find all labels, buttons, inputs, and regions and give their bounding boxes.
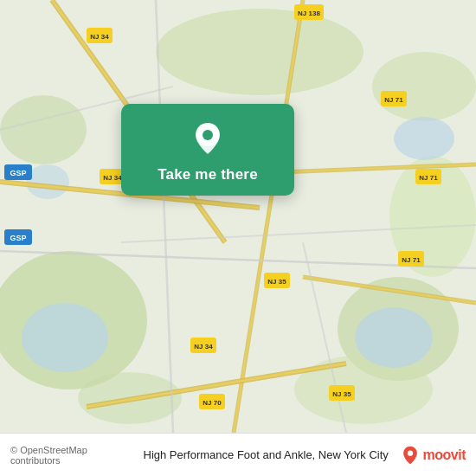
svg-point-12 [26, 164, 69, 199]
moovit-logo-icon [401, 446, 420, 465]
svg-text:NJ 71: NJ 71 [419, 174, 438, 182]
bottom-bar: © OpenStreetMap contributors High Perfor… [0, 433, 476, 476]
svg-text:NJ 71: NJ 71 [402, 256, 421, 264]
svg-point-3 [156, 9, 363, 95]
svg-text:NJ 35: NJ 35 [332, 390, 351, 398]
svg-point-9 [22, 303, 108, 372]
svg-text:NJ 34: NJ 34 [194, 343, 213, 351]
take-me-there-label: Take me there [158, 166, 258, 183]
svg-point-4 [372, 52, 476, 121]
svg-text:GSP: GSP [10, 234, 26, 242]
svg-point-58 [407, 450, 412, 455]
map-background: GSP GSP NJ 34 NJ 34 NJ 34 NJ 35 NJ 35 NJ… [0, 0, 476, 433]
map-attribution: © OpenStreetMap contributors [10, 445, 135, 466]
svg-point-11 [394, 117, 454, 160]
moovit-logo: moovit [401, 446, 466, 465]
svg-point-10 [355, 307, 433, 368]
location-pin-icon [189, 119, 227, 158]
take-me-there-popup[interactable]: Take me there [121, 104, 294, 196]
place-name-label: High Performance Foot and Ankle, New Yor… [144, 448, 392, 461]
map-container: GSP GSP NJ 34 NJ 34 NJ 34 NJ 35 NJ 35 NJ… [0, 0, 476, 433]
svg-point-57 [203, 130, 213, 140]
moovit-wordmark: moovit [423, 447, 466, 463]
svg-point-7 [294, 355, 433, 424]
svg-text:NJ 35: NJ 35 [267, 278, 286, 286]
svg-text:GSP: GSP [10, 169, 26, 177]
svg-text:NJ 34: NJ 34 [90, 33, 109, 41]
svg-text:NJ 70: NJ 70 [203, 399, 222, 407]
svg-text:NJ 34: NJ 34 [103, 174, 122, 182]
svg-text:NJ 71: NJ 71 [384, 96, 403, 104]
svg-text:NJ 138: NJ 138 [298, 10, 320, 17]
svg-point-5 [0, 95, 87, 164]
